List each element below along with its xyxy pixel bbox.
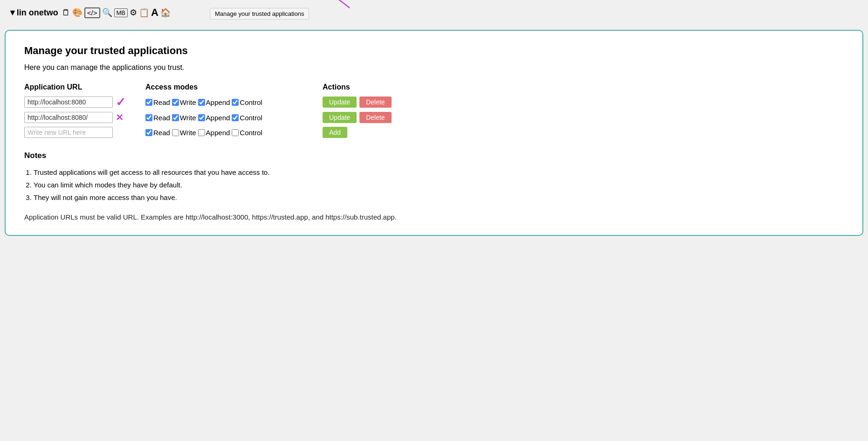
read-checkbox-2[interactable]: [145, 114, 152, 121]
icon-home[interactable]: 🏠: [160, 7, 171, 18]
col-actions-header: Actions: [323, 83, 425, 91]
icon-font[interactable]: A: [151, 7, 158, 19]
append-label-new[interactable]: Append: [198, 129, 230, 137]
delete-button-2[interactable]: Delete: [359, 112, 391, 123]
icon-gear[interactable]: ⚙: [130, 7, 137, 18]
url-cell-new: [24, 127, 145, 138]
actions-cell-1: Update Delete: [323, 96, 425, 108]
actions-cell-2: Update Delete: [323, 112, 425, 123]
add-button[interactable]: Add: [323, 127, 347, 138]
col-modes-header: Access modes: [145, 83, 323, 91]
read-label-new[interactable]: Read: [145, 129, 170, 137]
list-item: You can limit which modes they have by d…: [34, 179, 844, 191]
table-row: ✓ Read Write Append Control Update Delet…: [24, 96, 844, 108]
control-label-2[interactable]: Control: [232, 114, 262, 122]
url-cell-1: ✓: [24, 96, 145, 108]
update-button-2[interactable]: Update: [323, 112, 357, 123]
control-checkbox-new[interactable]: [232, 129, 239, 136]
checkmark-icon-1: ✓: [116, 96, 126, 108]
append-label-1[interactable]: Append: [198, 98, 230, 106]
main-panel: Manage your trusted applications Here yo…: [5, 30, 863, 236]
panel-heading: Manage your trusted applications: [24, 45, 844, 57]
table-row: ✕ Read Write Append Control Update Delet…: [24, 112, 844, 123]
table-header: Application URL Access modes Actions: [24, 83, 844, 91]
notes-footer: Application URLs must be valid URL. Exam…: [24, 213, 844, 221]
icon-color[interactable]: 🎨: [72, 7, 83, 18]
url-input-2[interactable]: [24, 112, 113, 123]
icon-mb[interactable]: MB: [114, 8, 128, 17]
control-label-1[interactable]: Control: [232, 98, 262, 106]
col-url-header: Application URL: [24, 83, 145, 91]
write-label-2[interactable]: Write: [172, 114, 196, 122]
app-table: Application URL Access modes Actions ✓ R…: [24, 83, 844, 138]
toolbar: ▼lin onetwo 🗒 🎨 </> 🔍 MB ⚙ 📋 A 🏠 Manage …: [5, 5, 863, 21]
icon-clipboard[interactable]: 📋: [139, 7, 149, 18]
control-checkbox-2[interactable]: [232, 114, 239, 121]
tooltip-bubble: Manage your trusted applications: [210, 8, 310, 20]
modes-cell-2: Read Write Append Control: [145, 114, 323, 122]
update-button-1[interactable]: Update: [323, 96, 357, 108]
write-checkbox-1[interactable]: [172, 99, 179, 106]
notes-heading: Notes: [24, 151, 844, 160]
write-checkbox-2[interactable]: [172, 114, 179, 121]
write-label-new[interactable]: Write: [172, 129, 196, 137]
write-checkbox-new[interactable]: [172, 129, 179, 136]
notes-list: Trusted applications will get access to …: [34, 166, 844, 204]
toolbar-title: ▼lin onetwo: [8, 8, 58, 18]
modes-cell-new: Read Write Append Control: [145, 129, 323, 137]
append-checkbox-1[interactable]: [198, 99, 205, 106]
panel-subtitle: Here you can manage the applications you…: [24, 63, 844, 72]
url-input-new[interactable]: [24, 127, 113, 138]
read-checkbox-1[interactable]: [145, 99, 152, 106]
new-app-row: Read Write Append Control Add: [24, 127, 844, 138]
icon-search[interactable]: 🔍: [102, 7, 112, 18]
icon-code[interactable]: </>: [84, 7, 100, 18]
icon-list[interactable]: 🗒: [62, 8, 70, 18]
append-checkbox-2[interactable]: [198, 114, 205, 121]
control-label-new[interactable]: Control: [232, 129, 262, 137]
list-item: Trusted applications will get access to …: [34, 166, 844, 179]
control-checkbox-1[interactable]: [232, 99, 239, 106]
modes-cell-1: Read Write Append Control: [145, 98, 323, 106]
cross-icon-2: ✕: [116, 113, 124, 122]
append-checkbox-new[interactable]: [198, 129, 205, 136]
read-label-1[interactable]: Read: [145, 98, 170, 106]
read-label-2[interactable]: Read: [145, 114, 170, 122]
delete-button-1[interactable]: Delete: [359, 96, 391, 108]
append-label-2[interactable]: Append: [198, 114, 230, 122]
list-item: They will not gain more access than you …: [34, 191, 844, 204]
read-checkbox-new[interactable]: [145, 129, 152, 136]
write-label-1[interactable]: Write: [172, 98, 196, 106]
actions-cell-new: Add: [323, 127, 425, 138]
url-input-1[interactable]: [24, 96, 113, 108]
url-cell-2: ✕: [24, 112, 145, 123]
